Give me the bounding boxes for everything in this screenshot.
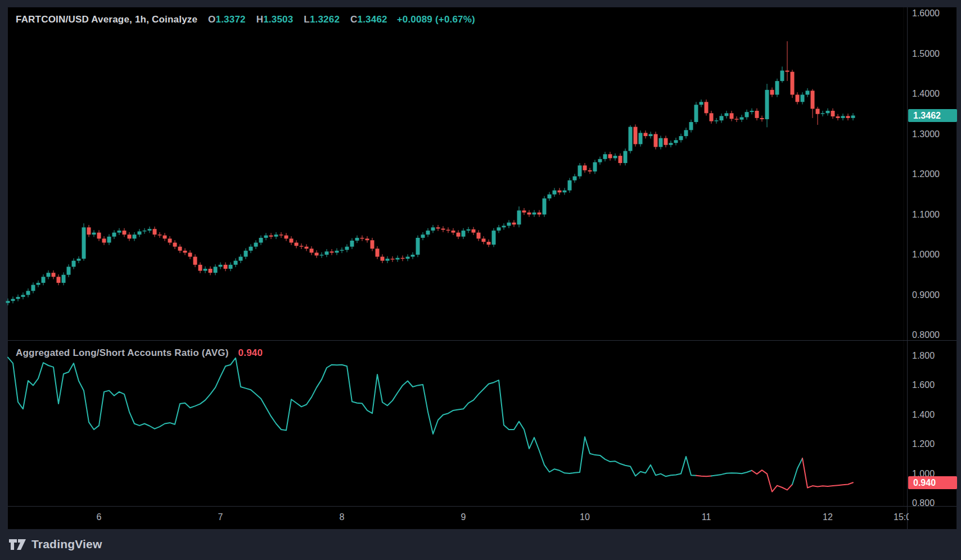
ratio-tick-label: 1.600 [912,380,935,390]
time-tick-label: 10 [568,512,602,522]
time-tick-clipped: 15:00 [894,512,909,523]
ratio-tick-label: 0.800 [912,498,935,508]
indicator-title: Aggregated Long/Short Accounts Ratio (AV… [16,347,229,358]
ratio-line-series [8,358,853,492]
ohlc-low-label: L [304,14,310,25]
indicator-legend: Aggregated Long/Short Accounts Ratio (AV… [16,347,263,359]
time-tick-label: 15:00 [894,512,909,522]
time-tick-label: 9 [446,512,480,522]
ohlc-high-value: 1.3503 [263,14,293,25]
time-tick-label: 8 [325,512,359,522]
symbol-title: FARTCOIN/USD Average, 1h, Coinalyze [16,14,197,25]
time-tick-label: 7 [204,512,237,522]
ohlc-open-value: 1.3372 [216,14,246,25]
last-price-badge: 1.3462 [908,109,957,122]
ratio-value-badge: 0.940 [908,476,957,489]
ohlc-high-label: H [256,14,263,25]
tradingview-logo-icon [9,538,26,551]
ohlc-close-value: 1.3462 [358,14,387,25]
price-tick-label: 1.3000 [912,129,940,139]
ohlc-open-label: O [208,14,215,25]
time-tick-label: 11 [689,512,723,522]
price-tick-label: 0.8000 [912,330,940,340]
ohlc-close-label: C [350,14,357,25]
ratio-tick-label: 1.800 [912,351,935,361]
time-tick-label: 6 [82,512,116,522]
pane-separators [8,7,957,529]
tradingview-logo[interactable]: TradingView [9,538,102,551]
price-tick-label: 0.9000 [912,290,940,300]
price-tick-label: 1.5000 [912,49,940,59]
price-tick-label: 1.1000 [912,210,940,220]
ratio-tick-label: 1.400 [912,410,935,420]
tradingview-chart-window: FARTCOIN/USD Average, 1h, Coinalyze O1.3… [0,0,961,560]
tradingview-logo-text: TradingView [31,538,102,551]
ohlc-low-value: 1.3262 [310,14,340,25]
price-tick-label: 1.6000 [912,8,940,19]
candlestick-series [6,41,855,305]
symbol-legend: FARTCOIN/USD Average, 1h, Coinalyze O1.3… [16,14,475,25]
indicator-value: 0.940 [238,347,263,358]
price-tick-label: 1.4000 [912,89,940,99]
change-value: +0.0089 (+0.67%) [397,14,475,25]
price-tick-label: 1.2000 [912,169,940,179]
ratio-tick-label: 1.200 [912,439,935,449]
chart-canvas[interactable] [0,0,961,560]
time-tick-label: 12 [811,512,845,522]
price-tick-label: 1.0000 [912,250,940,260]
